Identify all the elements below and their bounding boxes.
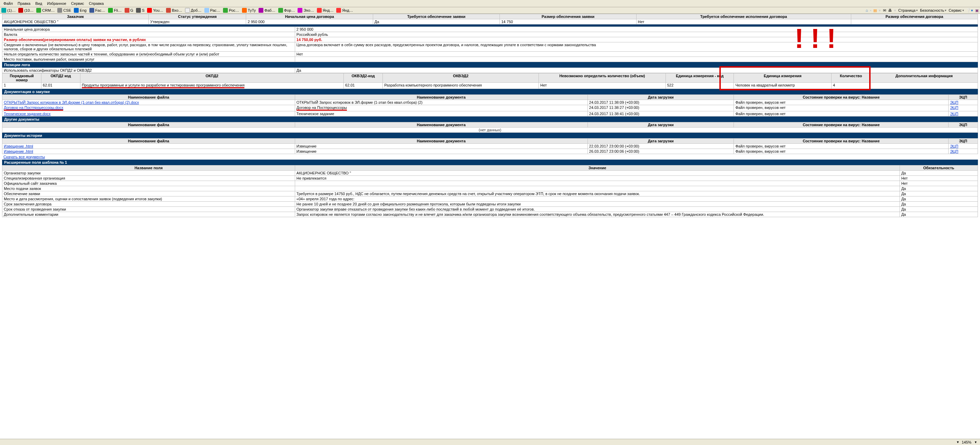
ecp-link[interactable]: ЭЦП [950,106,958,109]
doc-filename-cell: Договор на Постпроцессоры.docx [2,105,295,111]
fav-item[interactable]: (10… [18,8,33,13]
menu-edit[interactable]: Правка [16,1,32,6]
ecp-link[interactable]: ЭЦП [950,149,958,154]
echo-icon [298,8,302,13]
doc-filename-cell: ОТКРЫТЫЙ Запрос котировок в ЭЛ.форме (1-… [2,100,295,105]
lot-section-header: Позиции лота [2,62,978,68]
doc-link[interactable]: Техническое задание.docx [4,112,51,116]
onenote-icon[interactable]: ▣ [975,8,978,13]
fav-item[interactable]: Fac… [89,8,105,13]
print-icon[interactable]: 🖶 [888,8,892,13]
table-row: Техническое задание.docxТехническое зада… [2,111,978,117]
service-dropdown[interactable]: Сервис [948,8,964,13]
ecp-link[interactable]: ЭЦП [950,144,958,148]
col-bid-sec-req: Требуется обеспечение заявки [373,14,500,19]
details-row: Размер обеспечения(резервирования оплаты… [2,37,978,43]
menu-file[interactable]: Файл [2,1,15,6]
doc-link[interactable]: ОТКРЫТЫЙ Запрос котировок в ЭЛ.форме (1-… [4,100,139,105]
history-section-header: Документы истории [2,133,978,138]
fav-item[interactable]: You… [147,8,163,13]
ext-fields-section-header: Расширенные поля шаблона № 1 [2,160,978,165]
table-row: Договор на Постпроцессоры.docxДоговор на… [2,105,978,111]
red-1-icon [18,8,23,13]
mail-icon[interactable]: ✉ [883,8,886,13]
fav-item[interactable]: Эхо… [298,8,314,13]
doc-virus-cell: Файл проверен, вирусов нет [734,105,948,111]
cell-bid-sec-req: Да [373,19,500,24]
green-box-icon [36,8,41,13]
table-row: Дополнительные комментарииЗапрос котиров… [2,212,978,217]
table-row: Срок отказа от проведения закупкиОрганиз… [2,207,978,212]
fav-item[interactable]: CRM… [36,8,54,13]
rss-icon[interactable]: ▤ [873,8,877,13]
fav-item[interactable]: Fli… [108,8,122,13]
other-col-filename: Наименование файла [2,122,295,128]
details-label: Размер обеспечения(резервирования оплаты… [2,37,295,43]
fav-item[interactable]: G [125,8,134,13]
fav-item[interactable]: ТуТу [242,8,256,13]
lot-cell-okpd2: Продукты программные и услуги по разрабо… [80,83,344,89]
fav-item[interactable]: CSE [57,8,71,13]
doc-date-cell: 24.03.2017 11:38:09 (+03:00) [587,100,734,105]
ext-field-name: Срок заключения договора [2,202,295,207]
history-docs-table: Наименование файла Наименование документ… [2,138,978,154]
ext-field-name: Организатор закупки [2,171,295,176]
fav-item[interactable]: (1)… [2,8,16,13]
home-icon[interactable]: ⌂ [866,8,868,13]
lot-cell-ord: 1 [2,83,41,89]
hist-col-ecp: ЭЦП [948,139,978,144]
fav-item[interactable]: Янд… [336,8,353,13]
fav-item[interactable]: Вхо… [166,8,182,13]
cloud-icon [204,8,209,13]
hist-col-date: Дата загрузки [587,139,734,144]
ext-field-required: Да [900,212,978,217]
lot-cell-extra [870,83,978,89]
download-all-link[interactable]: Скачать все документы [3,155,45,159]
ext-field-value: Запрос котировок не является торгами сог… [295,212,900,217]
fav-item[interactable]: Янд… [317,8,334,13]
menu-help[interactable]: Справка [87,1,106,6]
doc-link[interactable]: Извещение .html [4,144,33,148]
ext-field-value: Требуется в размере 14750 руб., НДС не о… [295,191,900,196]
hist-date-cell: 26.03.2017 23:00:06 (+03:00) [587,149,734,154]
hist-docname-cell: Извещение [295,144,587,149]
lot-col-ord: Порядковый номер [2,73,41,83]
menu-service[interactable]: Сервис [69,1,86,6]
fav-item[interactable]: S [136,8,144,13]
other-col-ecp: ЭЦП [948,122,978,128]
menu-favorites[interactable]: Избранное [45,1,68,6]
ecp-link[interactable]: ЭЦП [950,112,958,116]
doc-docname-cell: ОТКРЫТЫЙ Запрос котировок в ЭЛ.форме (1-… [295,100,587,105]
help-icon[interactable]: ❔▾ [966,8,973,13]
fav-item[interactable]: Рос… [223,8,239,13]
lot-cell-qty-impossible: Нет [539,83,665,89]
menu-view[interactable]: Вид [33,1,44,6]
doc-link[interactable]: Извещение .html [4,149,33,154]
fav-item[interactable]: Фор… [278,8,295,13]
fav-item[interactable]: Доб… [185,8,202,13]
docs-col-date: Дата загрузки [587,95,734,100]
fav-item[interactable]: Рас… [204,8,221,13]
details-table: Начальная цена договора2 950 000ВалютаРо… [2,27,978,62]
ext-col-required: Обязательность [900,165,978,171]
security-dropdown[interactable]: Безопасность [920,8,947,13]
r2-icon [185,8,190,13]
docs-col-ecp: ЭЦП [948,95,978,100]
fav-item[interactable]: Eng [74,8,87,13]
page-dropdown[interactable]: Страница [898,8,918,13]
lot-cell-qty: 4 [832,83,870,89]
ext-field-name: Срок отказа от проведения закупки [2,207,295,212]
other-docs-section-header: Другие документы [2,117,978,122]
favorites-bar: (1)… (10… CRM… CSE Eng Fac… Fli… G S You… [0,7,980,14]
ecp-link[interactable]: ЭЦП [950,100,958,105]
doc-link[interactable]: Договор на Постпроцессоры.docx [4,106,63,111]
lot-classifiers-table: Использовать классификаторы ОКПД2 и ОКВЭ… [2,68,978,73]
lot-cell-okpd2-code: 62.01 [41,83,80,89]
hist-ecp-cell: ЭЦП [948,144,978,149]
lot-cell-okved2: Разработка компьютерного программного об… [383,83,539,89]
ext-col-name: Название поля [2,165,295,171]
hist-virus-cell: Файл проверен, вирусов нет [734,144,948,149]
fav-item[interactable]: Фаб… [259,8,275,13]
ext-field-required: Нет [900,176,978,181]
docs-col-docname: Наименование документа [295,95,587,100]
